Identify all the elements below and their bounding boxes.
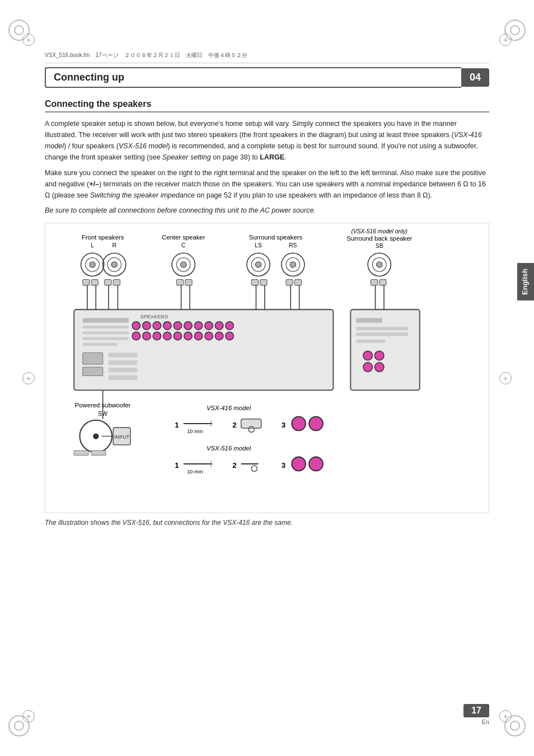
svg-rect-46 [83, 343, 118, 346]
svg-text:LS: LS [255, 242, 262, 248]
svg-rect-35 [251, 279, 258, 285]
svg-point-63 [184, 332, 192, 340]
svg-text:INPUT: INPUT [114, 434, 130, 439]
svg-rect-105 [91, 450, 106, 455]
chapter-number: 04 [461, 68, 489, 87]
svg-point-56 [215, 321, 223, 329]
svg-point-62 [174, 332, 181, 340]
svg-point-13 [90, 261, 95, 267]
svg-point-57 [226, 321, 233, 329]
svg-point-64 [194, 332, 202, 340]
page-number-area: 17 En [463, 704, 489, 725]
speaker-diagram-svg: Front speakers L R Center speaker C Surr… [51, 229, 483, 505]
svg-rect-33 [176, 279, 183, 285]
chapter-title-box: Connecting up [45, 67, 461, 88]
reg-mark-bl [22, 710, 35, 722]
svg-point-16 [111, 261, 117, 267]
svg-point-127 [292, 457, 306, 471]
svg-rect-72 [109, 368, 137, 372]
file-info-text: VSX_516.book.fm 17ページ ２００６年２月２１日 火曜日 午後４… [45, 51, 247, 59]
svg-rect-32 [113, 279, 120, 285]
chapter-bar: Connecting up 04 [45, 67, 489, 88]
svg-rect-71 [109, 360, 137, 364]
svg-point-82 [374, 363, 383, 372]
svg-rect-40 [380, 279, 386, 285]
svg-rect-73 [109, 375, 137, 379]
diagram-caption: The illustration shows the VSX-516, but … [45, 519, 489, 527]
svg-text:2: 2 [232, 461, 236, 469]
svg-rect-36 [260, 279, 267, 285]
reg-mark-br [499, 710, 512, 722]
svg-rect-45 [83, 337, 129, 340]
svg-point-50 [153, 321, 161, 329]
svg-point-80 [374, 351, 383, 360]
body-paragraph-2: Make sure you connect the speaker on the… [45, 167, 489, 201]
svg-rect-68 [83, 353, 103, 364]
svg-rect-75 [357, 318, 382, 322]
svg-rect-43 [83, 326, 129, 328]
svg-text:VSX-416 model: VSX-416 model [207, 405, 251, 411]
svg-point-22 [255, 261, 261, 267]
svg-point-59 [143, 332, 151, 340]
svg-rect-70 [109, 353, 137, 357]
svg-text:L: L [91, 242, 94, 248]
reg-mark-ml [22, 372, 35, 384]
italic-note: Be sure to complete all connections befo… [45, 205, 489, 216]
svg-point-117 [309, 416, 323, 430]
svg-text:(VSX-516 model only): (VSX-516 model only) [351, 229, 407, 234]
svg-rect-69 [83, 367, 103, 375]
svg-text:SB: SB [376, 243, 383, 249]
svg-text:10 mm: 10 mm [187, 469, 203, 475]
svg-point-52 [174, 321, 181, 329]
svg-point-49 [143, 321, 151, 329]
svg-rect-44 [83, 331, 129, 334]
svg-point-125 [251, 466, 257, 471]
svg-point-79 [363, 351, 372, 360]
svg-rect-76 [357, 327, 409, 330]
svg-point-67 [226, 332, 233, 340]
body-paragraph-1: A complete speaker setup is shown below,… [45, 118, 489, 163]
svg-text:2: 2 [232, 421, 236, 429]
svg-text:RS: RS [289, 242, 297, 248]
chapter-title: Connecting up [54, 72, 124, 83]
svg-point-53 [184, 321, 192, 329]
svg-text:10 mm: 10 mm [187, 429, 203, 434]
speaker-diagram-area: Front speakers L R Center speaker C Surr… [45, 223, 489, 513]
svg-point-28 [377, 261, 382, 267]
svg-rect-38 [294, 279, 301, 285]
svg-rect-30 [91, 279, 98, 285]
svg-text:1: 1 [175, 421, 179, 429]
svg-point-60 [153, 332, 161, 340]
svg-rect-78 [357, 339, 385, 342]
reg-mark-tr [499, 34, 512, 46]
svg-point-116 [292, 416, 306, 430]
svg-text:3: 3 [282, 461, 285, 469]
svg-text:Surround back speaker: Surround back speaker [346, 234, 412, 241]
page-lang: En [482, 719, 489, 725]
svg-point-81 [363, 363, 372, 372]
svg-text:Surround speakers: Surround speakers [249, 233, 303, 240]
svg-rect-77 [357, 332, 409, 336]
svg-text:VSX-516 model: VSX-516 model [207, 445, 251, 452]
svg-text:R: R [113, 242, 116, 248]
english-language-tab: English [517, 263, 534, 300]
svg-text:C: C [181, 242, 186, 248]
svg-text:Front speakers: Front speakers [82, 233, 124, 240]
svg-rect-37 [286, 279, 293, 285]
svg-point-25 [290, 261, 296, 267]
svg-rect-42 [83, 318, 129, 322]
svg-text:1: 1 [175, 461, 179, 469]
svg-point-54 [194, 321, 202, 329]
svg-point-55 [205, 321, 213, 329]
svg-point-65 [205, 332, 213, 340]
main-content: Connecting up 04 English Connecting the … [45, 67, 489, 711]
svg-rect-29 [83, 279, 90, 285]
section-heading: Connecting the speakers [45, 99, 489, 112]
svg-point-66 [215, 332, 223, 340]
svg-point-100 [93, 433, 99, 439]
svg-rect-39 [371, 279, 377, 285]
svg-point-128 [309, 457, 323, 471]
svg-point-48 [132, 321, 140, 329]
svg-point-19 [181, 261, 186, 267]
reg-mark-mr [499, 372, 512, 384]
